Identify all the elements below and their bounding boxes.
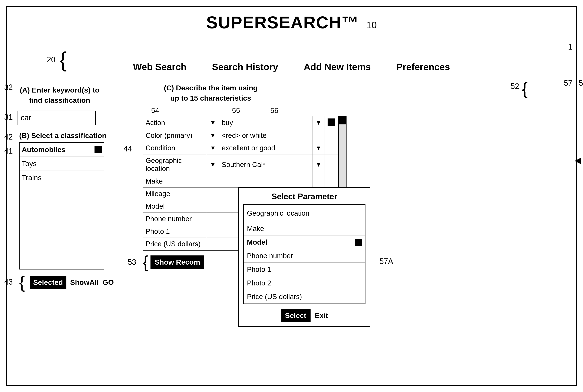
char-arrow2-condition[interactable]: ▼ <box>312 142 325 154</box>
dialog-buttons: Select Exit <box>239 307 370 326</box>
btn-show-all[interactable]: ShowAll <box>70 278 99 286</box>
app-title: SUPERSEARCH™ <box>206 13 359 32</box>
dialog-item-geo[interactable]: Geographic location <box>244 205 365 222</box>
char-arrow1-action[interactable]: ▼ <box>207 116 219 129</box>
char-name-make: Make <box>143 175 207 188</box>
char-name-price: Price (US dollars) <box>143 238 207 250</box>
empty-row-3 <box>20 213 104 227</box>
char-value-color: <red> or white <box>219 129 312 142</box>
dialog-item-phone[interactable]: Phone number <box>244 249 365 263</box>
char-value-geo: Southern Cal* <box>219 154 312 175</box>
nav-add-new-items[interactable]: Add New Items <box>304 62 371 72</box>
brace-43: { <box>19 276 25 289</box>
dialog-title: Select Parameter <box>239 188 370 204</box>
char-name-color: Color (primary) <box>143 129 207 142</box>
char-check-color <box>325 129 338 142</box>
dialog-scroll-indicator <box>355 239 362 246</box>
nav-search-history[interactable]: Search History <box>212 62 278 72</box>
dialog-item-photo2[interactable]: Photo 2 <box>244 276 365 290</box>
char-name-geo: Geographic location <box>143 154 207 175</box>
char-check-action <box>325 116 338 129</box>
ref-32: 32 <box>4 83 13 92</box>
char-name-mileage: Mileage <box>143 188 207 200</box>
arrow-indicator: ◄ <box>572 154 583 166</box>
char-arrow2-color <box>312 129 325 142</box>
char-name-model: Model <box>143 200 207 213</box>
ref-43: 43 <box>4 278 13 286</box>
left-panel: 32 (A) Enter keyword(s) to find classifi… <box>17 81 121 375</box>
label-a: (A) Enter keyword(s) to find classificat… <box>17 85 102 105</box>
char-arrow1-condition[interactable]: ▼ <box>207 142 219 154</box>
ref-20: 20 <box>47 55 55 64</box>
dialog-item-model[interactable]: Model <box>244 236 365 249</box>
classification-list: Automobiles Toys Trains <box>19 142 104 270</box>
label-b-container: 42 (B) Select a classification <box>17 132 121 140</box>
btn-selected[interactable]: Selected <box>30 276 67 289</box>
ref-57a: 57A <box>379 257 393 266</box>
char-arrow1-photo1 <box>207 225 219 238</box>
check-square-action <box>328 118 335 126</box>
dialog-item-photo1[interactable]: Photo 1 <box>244 263 365 276</box>
label-c-container: 52 { (C) Describe the item using up to 1… <box>143 83 566 103</box>
right-panel: 57 58 52 { (C) Describe the item using u… <box>143 81 566 375</box>
keyword-row: 31 <box>17 110 121 125</box>
list-item-automobiles[interactable]: Automobiles <box>20 143 104 157</box>
select-param-dialog: Select Parameter Geographic location Mak… <box>238 187 370 327</box>
nav-bar: Web Search Search History Add New Items … <box>0 58 583 76</box>
label-c: (C) Describe the item using up to 15 cha… <box>160 83 262 103</box>
ref-41: 41 <box>4 146 13 156</box>
brace-53: { <box>143 255 148 269</box>
list-item-trains[interactable]: Trains <box>20 171 104 185</box>
nav-web-search[interactable]: Web Search <box>133 62 187 72</box>
char-row-geo: Geographic location ▼ Southern Cal* ▼ <box>143 154 338 175</box>
ref-56: 56 <box>270 106 278 115</box>
btn-go[interactable]: GO <box>103 278 114 286</box>
brace-20: { <box>60 51 67 68</box>
ref-42: 42 <box>4 132 13 142</box>
char-row-condition: Condition ▼ excellent or good ▼ <box>143 142 338 154</box>
char-value-make <box>219 175 312 188</box>
char-arrow1-color[interactable]: ▼ <box>207 129 219 142</box>
btn-dialog-select[interactable]: Select <box>281 309 311 322</box>
keyword-input[interactable] <box>17 110 96 125</box>
dialog-item-price[interactable]: Price (US dollars) <box>244 290 365 304</box>
col-refs: 54 55 56 <box>143 106 566 115</box>
ref-10: 10 <box>366 20 377 30</box>
char-row-color: Color (primary) ▼ <red> or white <box>143 129 338 142</box>
empty-row-6 <box>20 255 104 269</box>
main-content: 32 (A) Enter keyword(s) to find classifi… <box>17 81 566 375</box>
empty-row-2 <box>20 199 104 213</box>
char-name-action: Action <box>143 116 207 129</box>
char-arrow2-make <box>312 175 325 188</box>
brace-52: { <box>522 82 528 96</box>
char-value-action: buy <box>219 116 312 129</box>
char-row-action: Action ▼ buy ▼ <box>143 116 338 129</box>
char-arrow2-action[interactable]: ▼ <box>312 116 325 129</box>
char-arrow2-geo[interactable]: ▼ <box>312 154 325 175</box>
char-arrow1-make <box>207 175 219 188</box>
ref-10-line <box>392 29 417 29</box>
ref-31: 31 <box>4 113 13 122</box>
list-item-toys[interactable]: Toys <box>20 157 104 171</box>
char-arrow1-mileage <box>207 188 219 200</box>
btn-dialog-exit[interactable]: Exit <box>315 309 328 322</box>
dialog-list: Geographic location Make Model Phone num… <box>243 204 365 304</box>
char-check-condition <box>325 142 338 154</box>
char-check-make <box>325 175 338 188</box>
label-b: (B) Select a classification <box>19 132 121 140</box>
char-name-condition: Condition <box>143 142 207 154</box>
empty-row-4 <box>20 227 104 241</box>
char-name-phone: Phone number <box>143 213 207 225</box>
ref-52: 52 <box>511 82 519 91</box>
char-check-geo <box>325 154 338 175</box>
char-name-photo1: Photo 1 <box>143 225 207 238</box>
btn-show-recom[interactable]: Show Recom <box>151 256 204 269</box>
char-arrow1-model <box>207 200 219 213</box>
nav-preferences[interactable]: Preferences <box>396 62 450 72</box>
char-value-condition: excellent or good <box>219 142 312 154</box>
char-arrow1-geo[interactable]: ▼ <box>207 154 219 175</box>
nav-bar-container: { 20 Web Search Search History Add New I… <box>0 58 583 76</box>
dialog-item-make[interactable]: Make <box>244 222 365 236</box>
scroll-indicator <box>95 146 102 153</box>
classification-container: 41 44 Automobiles Toys Trains <box>19 142 121 270</box>
